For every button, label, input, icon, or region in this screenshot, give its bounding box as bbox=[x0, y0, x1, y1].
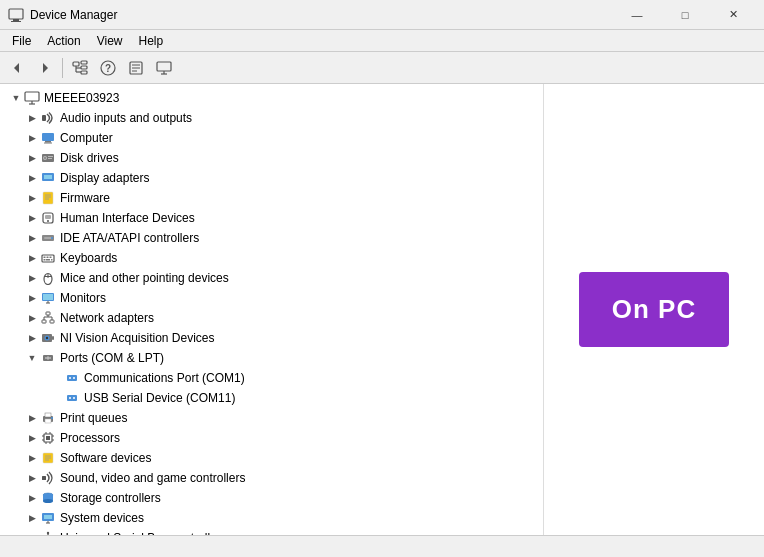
keyboard-icon bbox=[40, 250, 56, 266]
ide-label: IDE ATA/ATAPI controllers bbox=[60, 231, 199, 245]
menu-help[interactable]: Help bbox=[131, 30, 172, 52]
svg-rect-45 bbox=[47, 257, 49, 259]
main-content: ▼ MEEEE03923 ▶ bbox=[0, 84, 764, 535]
tree-item-software[interactable]: ▶ Software devices bbox=[0, 448, 543, 468]
tree-item-audio[interactable]: ▶ Audio inputs and outputs bbox=[0, 108, 543, 128]
tree-item-hid[interactable]: ▶ Human Interface Devices bbox=[0, 208, 543, 228]
display-adapter-icon bbox=[40, 170, 56, 186]
ports-label: Ports (COM & LPT) bbox=[60, 351, 164, 365]
expand-ide-icon[interactable]: ▶ bbox=[24, 230, 40, 246]
expand-software-icon[interactable]: ▶ bbox=[24, 450, 40, 466]
forward-button[interactable] bbox=[32, 55, 58, 81]
expand-display-icon[interactable]: ▶ bbox=[24, 170, 40, 186]
svg-rect-5 bbox=[81, 66, 87, 69]
menu-file[interactable]: File bbox=[4, 30, 39, 52]
svg-rect-23 bbox=[42, 133, 54, 141]
tree-item-firmware[interactable]: ▶ Firmware bbox=[0, 188, 543, 208]
expand-computer-icon[interactable]: ▶ bbox=[24, 130, 40, 146]
com11-icon bbox=[64, 390, 80, 406]
vision-icon bbox=[40, 330, 56, 346]
expand-print-icon[interactable]: ▶ bbox=[24, 410, 40, 426]
tree-item-vision[interactable]: ▶ NI Vision Acquisition Devices bbox=[0, 328, 543, 348]
svg-rect-4 bbox=[81, 61, 87, 64]
svg-rect-43 bbox=[42, 255, 54, 262]
expand-disk-icon[interactable]: ▶ bbox=[24, 150, 40, 166]
svg-rect-38 bbox=[45, 215, 51, 219]
svg-rect-44 bbox=[44, 257, 46, 259]
tree-item-ports[interactable]: ▼ Ports (COM & LPT) bbox=[0, 348, 543, 368]
tree-item-disk[interactable]: ▶ Disk drives bbox=[0, 148, 543, 168]
tree-item-print[interactable]: ▶ Print queues bbox=[0, 408, 543, 428]
watermark-text: On PC bbox=[612, 294, 696, 325]
expand-root-icon[interactable]: ▼ bbox=[8, 90, 24, 106]
menu-action[interactable]: Action bbox=[39, 30, 88, 52]
firmware-label: Firmware bbox=[60, 191, 110, 205]
monitors-label: Monitors bbox=[60, 291, 106, 305]
tree-view-button[interactable] bbox=[67, 55, 93, 81]
tree-item-mice[interactable]: ▶ Mice and other pointing devices bbox=[0, 268, 543, 288]
svg-rect-3 bbox=[73, 62, 79, 66]
tree-item-usb[interactable]: ▶ Universal Serial Bus controllers bbox=[0, 528, 543, 535]
tree-item-system[interactable]: ▶ System devices bbox=[0, 508, 543, 528]
tree-item-display[interactable]: ▶ Display adapters bbox=[0, 168, 543, 188]
expand-sound-icon[interactable]: ▶ bbox=[24, 470, 40, 486]
svg-rect-80 bbox=[45, 419, 51, 423]
sound-icon bbox=[40, 470, 56, 486]
maximize-button[interactable]: □ bbox=[662, 0, 708, 30]
system-icon bbox=[40, 510, 56, 526]
audio-label: Audio inputs and outputs bbox=[60, 111, 192, 125]
expand-keyboard-icon[interactable]: ▶ bbox=[24, 250, 40, 266]
back-button[interactable] bbox=[4, 55, 30, 81]
svg-rect-47 bbox=[44, 259, 46, 261]
svg-rect-48 bbox=[46, 259, 50, 261]
menu-view[interactable]: View bbox=[89, 30, 131, 52]
expand-audio-icon[interactable]: ▶ bbox=[24, 110, 40, 126]
svg-rect-16 bbox=[157, 62, 171, 71]
svg-rect-2 bbox=[11, 21, 21, 22]
window-title: Device Manager bbox=[30, 8, 614, 22]
svg-rect-0 bbox=[9, 9, 23, 19]
expand-firmware-icon[interactable]: ▶ bbox=[24, 190, 40, 206]
svg-point-73 bbox=[69, 377, 71, 379]
expand-ports-icon[interactable]: ▼ bbox=[24, 350, 40, 366]
computer-tree-icon bbox=[40, 130, 56, 146]
tree-item-sound[interactable]: ▶ Sound, video and game controllers bbox=[0, 468, 543, 488]
minimize-button[interactable]: — bbox=[614, 0, 660, 30]
tree-root-item[interactable]: ▼ MEEEE03923 bbox=[0, 88, 543, 108]
svg-rect-46 bbox=[50, 257, 52, 259]
software-label: Software devices bbox=[60, 451, 151, 465]
tree-item-monitors[interactable]: ▶ Monitors bbox=[0, 288, 543, 308]
svg-point-74 bbox=[73, 377, 75, 379]
expand-vision-icon[interactable]: ▶ bbox=[24, 330, 40, 346]
tree-item-computer[interactable]: ▶ Computer bbox=[0, 128, 543, 148]
tree-item-ide[interactable]: ▶ IDE ATA/ATAPI controllers bbox=[0, 228, 543, 248]
expand-processors-icon[interactable]: ▶ bbox=[24, 430, 40, 446]
expand-system-icon[interactable]: ▶ bbox=[24, 510, 40, 526]
sound-label: Sound, video and game controllers bbox=[60, 471, 245, 485]
software-icon bbox=[40, 450, 56, 466]
tree-item-processors[interactable]: ▶ Processors bbox=[0, 428, 543, 448]
svg-point-109 bbox=[47, 532, 49, 534]
expand-network-icon[interactable]: ▶ bbox=[24, 310, 40, 326]
svg-point-99 bbox=[43, 499, 53, 503]
monitor-button[interactable] bbox=[151, 55, 177, 81]
ports-icon bbox=[40, 350, 56, 366]
expand-hid-icon[interactable]: ▶ bbox=[24, 210, 40, 226]
help-button[interactable]: ? bbox=[95, 55, 121, 81]
expand-mice-icon[interactable]: ▶ bbox=[24, 270, 40, 286]
tree-item-com1[interactable]: Communications Port (COM1) bbox=[0, 368, 543, 388]
tree-item-com11[interactable]: USB Serial Device (COM11) bbox=[0, 388, 543, 408]
tree-panel[interactable]: ▼ MEEEE03923 ▶ bbox=[0, 84, 544, 535]
tree-item-network[interactable]: ▶ Network adapters bbox=[0, 308, 543, 328]
tree-item-keyboard[interactable]: ▶ Keyboards bbox=[0, 248, 543, 268]
svg-rect-41 bbox=[44, 237, 52, 239]
svg-point-42 bbox=[51, 237, 53, 239]
tree-item-storage[interactable]: ▶ Storage controllers bbox=[0, 488, 543, 508]
close-button[interactable]: ✕ bbox=[710, 0, 756, 30]
expand-storage-icon[interactable]: ▶ bbox=[24, 490, 40, 506]
svg-rect-29 bbox=[48, 156, 53, 157]
expand-monitors-icon[interactable]: ▶ bbox=[24, 290, 40, 306]
properties-button[interactable] bbox=[123, 55, 149, 81]
svg-point-77 bbox=[73, 397, 75, 399]
svg-rect-25 bbox=[44, 143, 52, 144]
